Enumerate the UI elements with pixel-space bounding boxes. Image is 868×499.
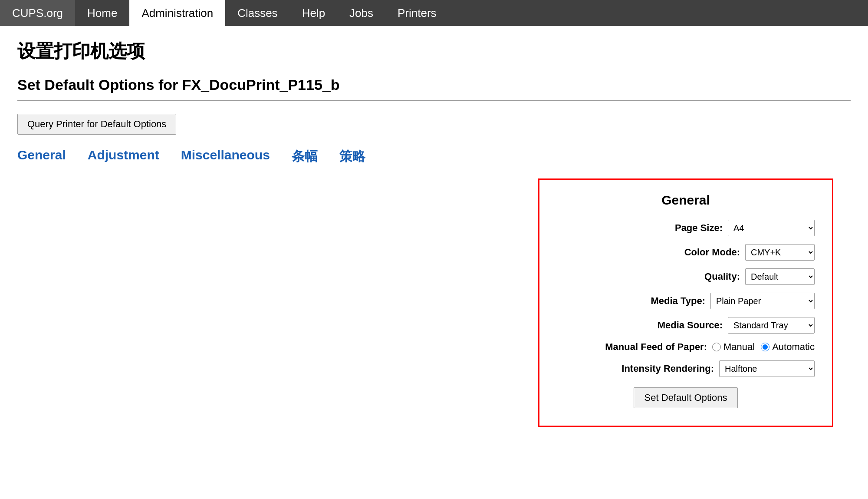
media-type-row: Media Type: Plain Paper Recycled Paper L… <box>557 293 815 309</box>
tab-tiaofù[interactable]: 条幅 <box>292 148 318 165</box>
manual-feed-automatic-radio[interactable] <box>761 343 769 351</box>
general-box-title: General <box>557 193 815 208</box>
tab-miscellaneous[interactable]: Miscellaneous <box>181 148 270 165</box>
nav-administration[interactable]: Administration <box>129 0 225 26</box>
color-mode-row: Color Mode: CMY+K CMY Gray <box>557 244 815 261</box>
left-area <box>17 178 538 427</box>
manual-feed-radio-group: Manual Automatic <box>712 341 815 353</box>
page-size-row: Page Size: A4 Letter Legal A3 B5 <box>557 220 815 236</box>
manual-feed-manual-option[interactable]: Manual <box>712 341 755 353</box>
color-mode-label: Color Mode: <box>684 247 740 258</box>
nav-home[interactable]: Home <box>75 0 129 26</box>
page-title-chinese: 设置打印机选项 <box>17 39 851 63</box>
manual-feed-manual-text: Manual <box>723 341 755 353</box>
quality-row: Quality: Default Draft Normal High <box>557 268 815 285</box>
color-mode-select[interactable]: CMY+K CMY Gray <box>745 244 815 261</box>
media-type-select[interactable]: Plain Paper Recycled Paper Labels Envelo… <box>710 293 815 309</box>
nav-cups-org[interactable]: CUPS.org <box>0 0 75 26</box>
tabs-container: General Adjustment Miscellaneous 条幅 策略 <box>17 148 851 165</box>
manual-feed-automatic-text: Automatic <box>772 341 815 353</box>
quality-select[interactable]: Default Draft Normal High <box>745 268 815 285</box>
manual-feed-manual-radio[interactable] <box>712 343 721 351</box>
page-content: 设置打印机选项 Set Default Options for FX_DocuP… <box>0 26 868 440</box>
manual-feed-label: Manual Feed of Paper: <box>605 341 707 353</box>
general-settings-box: General Page Size: A4 Letter Legal A3 B5… <box>538 178 833 427</box>
nav-classes[interactable]: Classes <box>225 0 289 26</box>
right-area: General Page Size: A4 Letter Legal A3 B5… <box>538 178 851 427</box>
navigation: CUPS.org Home Administration Classes Hel… <box>0 0 868 26</box>
section-title: Set Default Options for FX_DocuPrint_P11… <box>17 76 851 101</box>
manual-feed-automatic-option[interactable]: Automatic <box>761 341 815 353</box>
page-size-label: Page Size: <box>675 222 723 234</box>
set-default-options-button[interactable]: Set Default Options <box>634 387 738 408</box>
tab-general[interactable]: General <box>17 148 66 165</box>
intensity-rendering-label: Intensity Rendering: <box>621 363 714 374</box>
media-source-row: Media Source: Standard Tray Manual Feed … <box>557 317 815 334</box>
nav-jobs[interactable]: Jobs <box>337 0 385 26</box>
query-printer-button[interactable]: Query Printer for Default Options <box>17 114 176 135</box>
media-type-label: Media Type: <box>651 295 705 307</box>
tab-celve[interactable]: 策略 <box>339 148 365 165</box>
manual-feed-row: Manual Feed of Paper: Manual Automatic <box>557 341 815 353</box>
nav-printers[interactable]: Printers <box>385 0 449 26</box>
quality-label: Quality: <box>704 271 740 282</box>
page-size-select[interactable]: A4 Letter Legal A3 B5 <box>728 220 815 236</box>
tab-adjustment[interactable]: Adjustment <box>88 148 159 165</box>
media-source-label: Media Source: <box>658 320 723 331</box>
media-source-select[interactable]: Standard Tray Manual Feed Tray 1 Tray 2 <box>728 317 815 334</box>
main-layout: General Page Size: A4 Letter Legal A3 B5… <box>17 178 851 427</box>
intensity-rendering-select[interactable]: Halftone Error Diffusion None <box>719 360 815 377</box>
intensity-rendering-row: Intensity Rendering: Halftone Error Diff… <box>557 360 815 377</box>
nav-help[interactable]: Help <box>290 0 337 26</box>
